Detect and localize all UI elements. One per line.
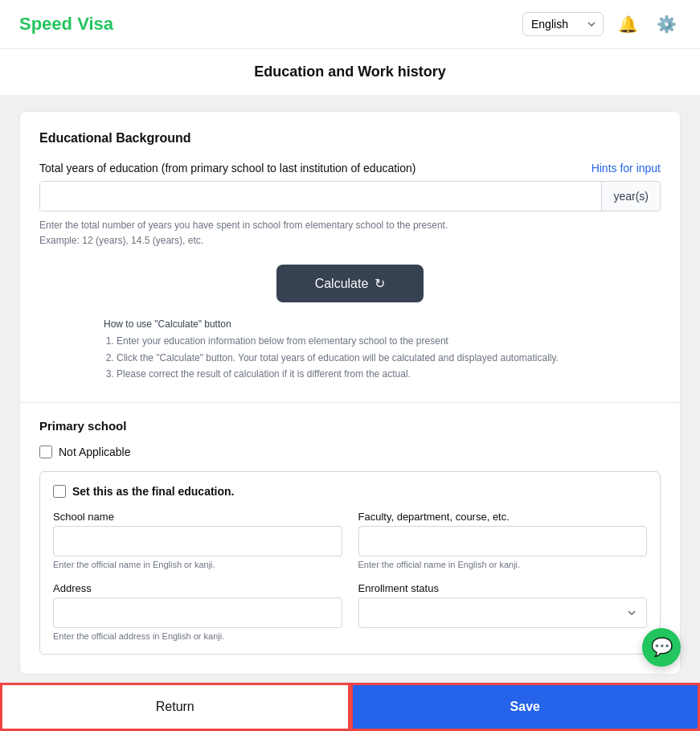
return-button[interactable]: Return	[0, 683, 350, 731]
page-title: Education and Work history	[254, 64, 446, 80]
gear-icon: ⚙️	[657, 14, 677, 34]
school-name-field: School name Enter the official name in E…	[53, 511, 342, 569]
bottom-action-bar: Return Save	[0, 682, 700, 731]
bell-icon: 🔔	[618, 14, 638, 34]
educational-background-card: Educational Background Total years of ed…	[19, 111, 681, 675]
calculate-btn-wrapper: Calculate ↻	[39, 265, 661, 302]
save-button[interactable]: Save	[350, 683, 701, 731]
calculate-button[interactable]: Calculate ↻	[276, 265, 424, 302]
instructions-list: Enter your education information below f…	[104, 333, 661, 382]
primary-school-form-grid: School name Enter the official name in E…	[53, 511, 647, 641]
hints-link[interactable]: Hints for input	[592, 162, 661, 175]
address-field: Address Enter the official address in En…	[53, 582, 342, 641]
school-name-input[interactable]	[53, 526, 342, 556]
instruction-step-3: Please correct the result of calculation…	[117, 366, 661, 382]
final-edu-label[interactable]: Set this as the final education.	[72, 485, 234, 498]
total-years-input[interactable]	[40, 182, 601, 211]
total-years-helper: Enter the total number of years you have…	[39, 218, 661, 248]
enrollment-status-select[interactable]: Graduated Enrolled Dropped out Other	[358, 598, 648, 628]
language-selector[interactable]: English Japanese Chinese	[522, 12, 604, 36]
school-name-hint: Enter the official name in English or ka…	[53, 560, 342, 569]
main-content: Educational Background Total years of ed…	[0, 95, 700, 691]
page-title-bar: Education and Work history	[0, 49, 700, 95]
section-title: Educational Background	[39, 131, 661, 146]
total-years-input-wrapper: year(s)	[39, 181, 661, 211]
primary-school-title: Primary school	[39, 419, 661, 433]
total-years-field-row: Total years of education (from primary s…	[39, 162, 661, 175]
enrollment-status-field: Enrollment status Graduated Enrolled Dro…	[358, 582, 648, 641]
not-applicable-checkbox[interactable]	[39, 446, 52, 458]
refresh-icon: ↻	[375, 276, 385, 291]
address-input[interactable]	[53, 598, 342, 628]
settings-button[interactable]: ⚙️	[652, 10, 681, 39]
header: Speed Visa English Japanese Chinese 🔔 ⚙️	[0, 0, 700, 49]
address-hint: Enter the official address in English or…	[53, 631, 342, 641]
header-right: English Japanese Chinese 🔔 ⚙️	[522, 10, 681, 39]
primary-school-form-box: Set this as the final education. School …	[39, 471, 661, 655]
final-edu-row: Set this as the final education.	[53, 485, 647, 498]
faculty-field: Faculty, department, course, etc. Enter …	[358, 511, 648, 569]
calculate-label: Calculate	[315, 277, 369, 291]
not-applicable-row: Not Applicable	[39, 446, 661, 458]
faculty-hint: Enter the official name in English or ka…	[358, 560, 648, 569]
school-name-label: School name	[53, 511, 342, 523]
not-applicable-label[interactable]: Not Applicable	[59, 446, 131, 458]
instructions-title: How to use "Calculate" button	[104, 318, 661, 330]
address-label: Address	[53, 582, 342, 594]
chat-icon: 💬	[651, 637, 673, 658]
instructions-block: How to use "Calculate" button Enter your…	[104, 318, 661, 382]
faculty-input[interactable]	[358, 526, 648, 556]
total-years-label: Total years of education (from primary s…	[39, 162, 415, 175]
section-divider	[20, 402, 680, 403]
years-unit: year(s)	[601, 182, 660, 211]
final-edu-checkbox[interactable]	[53, 485, 66, 498]
instruction-step-2: Click the "Calculate" button. Your total…	[117, 350, 661, 366]
faculty-label: Faculty, department, course, etc.	[358, 511, 648, 523]
logo: Speed Visa	[19, 14, 113, 35]
notification-button[interactable]: 🔔	[613, 10, 642, 39]
enrollment-status-label: Enrollment status	[358, 582, 648, 594]
instruction-step-1: Enter your education information below f…	[117, 333, 661, 349]
chat-button[interactable]: 💬	[642, 628, 681, 667]
